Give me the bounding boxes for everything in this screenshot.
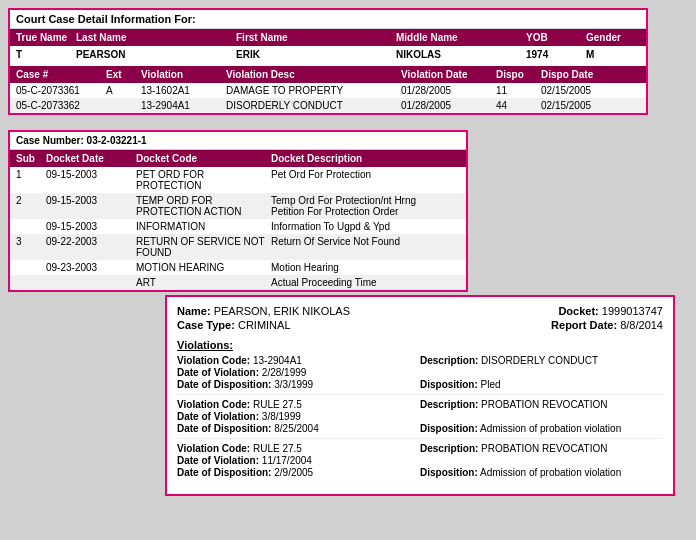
person-header: True Name Last Name First Name Middle Na…	[10, 29, 646, 46]
case-number-label: Case Number:	[16, 135, 84, 146]
case-ext	[104, 99, 139, 112]
viol-dispo-line: Date of Disposition: 3/3/1999 Dispositio…	[177, 379, 663, 390]
case-violation: 13-2904A1	[139, 99, 224, 112]
docket-sub	[14, 276, 44, 289]
panel2-title: Case Number: 03-2-03221-1	[10, 132, 466, 150]
violations-title: Violations:	[177, 339, 663, 351]
name-value: PEARSON, ERIK NIKOLAS	[214, 305, 350, 317]
docket-col-sub: Sub	[14, 152, 44, 165]
viol-dispo-line: Date of Disposition: 8/25/2004 Dispositi…	[177, 423, 663, 434]
case-desc: DISORDERLY CONDUCT	[224, 99, 399, 112]
col-last-name: Last Name	[74, 31, 234, 44]
case-dispo: 11	[494, 84, 539, 97]
viol-date-line: Date of Violation: 11/17/2004	[177, 455, 663, 466]
case-viol-date: 01/28/2005	[399, 99, 494, 112]
docket-date: 09-15-2003	[44, 220, 134, 233]
person-last-name: PEARSON	[74, 48, 234, 61]
viol-code-line: Violation Code: RULE 27.5 Description: P…	[177, 443, 663, 454]
cases-col-dispo: Dispo	[494, 68, 539, 81]
report-date-value: 8/8/2014	[620, 319, 663, 331]
violation-block: Violation Code: RULE 27.5 Description: P…	[177, 443, 663, 482]
person-first-name: ERIK	[234, 48, 394, 61]
panel1-title-text: Court Case Detail Information For:	[16, 13, 196, 25]
docket-code: PET ORD FOR PROTECTION	[134, 168, 269, 192]
case-type-value: CRIMINAL	[238, 319, 291, 331]
docket-row: 1 09-15-2003 PET ORD FOR PROTECTION Pet …	[10, 167, 466, 193]
docket-sub: 3	[14, 235, 44, 259]
docket-sub	[14, 220, 44, 233]
panel1-title: Court Case Detail Information For:	[10, 10, 646, 29]
report-date-line: Report Date: 8/8/2014	[420, 319, 663, 331]
docket-sub: 1	[14, 168, 44, 192]
panel2-docket: Case Number: 03-2-03221-1 Sub Docket Dat…	[8, 130, 468, 292]
case-ext: A	[104, 84, 139, 97]
docket-code: MOTION HEARING	[134, 261, 269, 274]
docket-desc: Actual Proceeding Time	[269, 276, 449, 289]
docket-header: Sub Docket Date Docket Code Docket Descr…	[10, 150, 466, 167]
case-row: 05-C-2073362 13-2904A1 DISORDERLY CONDUC…	[10, 98, 646, 113]
viol-date-line: Date of Violation: 3/8/1999	[177, 411, 663, 422]
panel3-report: Name: PEARSON, ERIK NIKOLAS Case Type: C…	[165, 295, 675, 496]
viol-code-line: Violation Code: RULE 27.5 Description: P…	[177, 399, 663, 410]
cases-col-num: Case #	[14, 68, 104, 81]
violations-container: Violation Code: 13-2904A1 Description: D…	[177, 355, 663, 482]
docket-sub: 2	[14, 194, 44, 218]
col-true-name: True Name	[14, 31, 74, 44]
report-date-label: Report Date:	[551, 319, 617, 331]
col-middle-name: Middle Name	[394, 31, 524, 44]
docket-row: 3 09-22-2003 RETURN OF SERVICE NOT FOUND…	[10, 234, 466, 260]
col-first-name: First Name	[234, 31, 394, 44]
docket-desc: Information To Ugpd & Ypd	[269, 220, 449, 233]
case-number-value: 03-2-03221-1	[87, 135, 147, 146]
docket-date: 09-22-2003	[44, 235, 134, 259]
report-header-left: Name: PEARSON, ERIK NIKOLAS Case Type: C…	[177, 305, 420, 333]
docket-date: 09-23-2003	[44, 261, 134, 274]
docket-row: 09-15-2003 INFORMATION Information To Ug…	[10, 219, 466, 234]
cases-col-viol-date: Violation Date	[399, 68, 494, 81]
docket-code: TEMP ORD FOR PROTECTION ACTION	[134, 194, 269, 218]
case-dispo-date: 02/15/2005	[539, 84, 634, 97]
panel1-court-case-detail: Court Case Detail Information For: True …	[8, 8, 648, 115]
docket-code: INFORMATION	[134, 220, 269, 233]
docket-desc: Temp Ord For Protection/nt Hrng Petition…	[269, 194, 449, 218]
cases-col-violation: Violation	[139, 68, 224, 81]
name-label: Name:	[177, 305, 211, 317]
docket-num-value: 1999013747	[602, 305, 663, 317]
docket-row: ART Actual Proceeding Time	[10, 275, 466, 290]
person-true-name: T	[14, 48, 74, 61]
violation-block: Violation Code: 13-2904A1 Description: D…	[177, 355, 663, 395]
docket-rows-container: 1 09-15-2003 PET ORD FOR PROTECTION Pet …	[10, 167, 466, 290]
docket-desc: Pet Ord For Protection	[269, 168, 449, 192]
case-violation: 13-1602A1	[139, 84, 224, 97]
docket-desc: Return Of Service Not Found	[269, 235, 449, 259]
person-yob: 1974	[524, 48, 584, 61]
docket-desc: Motion Hearing	[269, 261, 449, 274]
docket-row: 2 09-15-2003 TEMP ORD FOR PROTECTION ACT…	[10, 193, 466, 219]
case-rows-container: 05-C-2073361 A 13-1602A1 DAMAGE TO PROPE…	[10, 83, 646, 113]
case-desc: DAMAGE TO PROPERTY	[224, 84, 399, 97]
report-header-right: Docket: 1999013747 Report Date: 8/8/2014	[420, 305, 663, 333]
docket-col-code: Docket Code	[134, 152, 269, 165]
docket-col-desc: Docket Description	[269, 152, 449, 165]
case-type-label: Case Type:	[177, 319, 235, 331]
docket-code: RETURN OF SERVICE NOT FOUND	[134, 235, 269, 259]
cases-col-ext: Ext	[104, 68, 139, 81]
viol-date-line: Date of Violation: 2/28/1999	[177, 367, 663, 378]
docket-row: 09-23-2003 MOTION HEARING Motion Hearing	[10, 260, 466, 275]
viol-dispo-line: Date of Disposition: 2/9/2005 Dispositio…	[177, 467, 663, 478]
cases-col-desc: Violation Desc	[224, 68, 399, 81]
cases-header: Case # Ext Violation Violation Desc Viol…	[10, 66, 646, 83]
docket-col-date: Docket Date	[44, 152, 134, 165]
person-middle-name: NIKOLAS	[394, 48, 524, 61]
docket-line: Docket: 1999013747	[420, 305, 663, 317]
person-gender: M	[584, 48, 644, 61]
case-num: 05-C-2073361	[14, 84, 104, 97]
docket-date: 09-15-2003	[44, 194, 134, 218]
case-num: 05-C-2073362	[14, 99, 104, 112]
docket-label: Docket:	[558, 305, 598, 317]
docket-date	[44, 276, 134, 289]
cases-col-dispo-date: Dispo Date	[539, 68, 634, 81]
docket-sub	[14, 261, 44, 274]
case-type-line: Case Type: CRIMINAL	[177, 319, 420, 331]
case-dispo-date: 02/15/2005	[539, 99, 634, 112]
